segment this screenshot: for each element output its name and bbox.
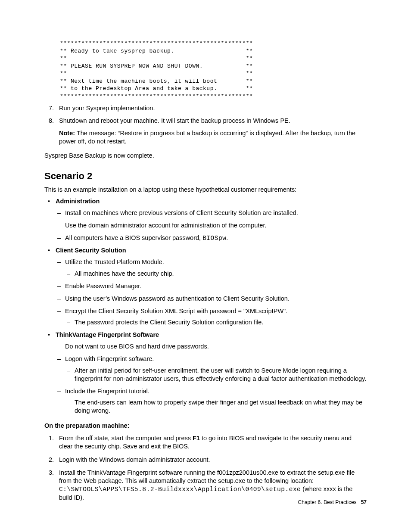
list-item: Include the Fingerprint tutorial. The en…: [56, 387, 367, 415]
step-7: 7. Run your Sysprep implementation.: [44, 104, 367, 112]
req-head: Client Security Solution: [56, 247, 126, 254]
complete-line: Sysprep Base Backup is now complete.: [44, 152, 367, 160]
req-administration: Administration Install on machines where…: [44, 197, 367, 242]
list-item: The end-users can learn how to properly …: [65, 398, 367, 415]
note-block: Note: The message: “Restore in progress …: [59, 129, 367, 146]
scenario-heading: Scenario 2: [44, 170, 367, 183]
inline-code: C:\SWTOOLS\APPS\TFS5.8.2-Buildxxxx\Appli…: [59, 486, 301, 493]
sub-list: Install on machines where previous versi…: [56, 209, 367, 243]
inline-code: BIOSpw: [202, 235, 226, 242]
step-number: 1.: [49, 434, 54, 442]
list-item: Using the user’s Windows password as aut…: [56, 295, 367, 303]
text-part: Logon with Fingerprint software.: [65, 355, 154, 362]
intro-para: This is an example installation on a lap…: [44, 186, 367, 194]
prep-step-2: 2. Login with the Windows domain adminis…: [44, 456, 367, 464]
text-part: Include the Fingerprint tutorial.: [65, 388, 149, 395]
prep-step-1: 1. From the off state, start the compute…: [44, 434, 367, 451]
text-part: Encrypt the Client Security Solution XML…: [65, 308, 287, 314]
list-item: Logon with Fingerprint software. After a…: [56, 355, 367, 383]
prep-heading: On the preparation machine:: [44, 422, 367, 430]
page-footer: Chapter 6. Best Practices 57: [298, 499, 367, 506]
footer-page-number: 57: [361, 499, 367, 505]
steps-list: 7. Run your Sysprep implementation. 8. S…: [44, 104, 367, 145]
text-part: Install the ThinkVantage Fingerprint sof…: [59, 469, 355, 484]
req-head: ThinkVantage Fingerprint Software: [56, 331, 159, 338]
prep-steps-list: 1. From the off state, start the compute…: [44, 434, 367, 502]
req-fingerprint: ThinkVantage Fingerprint Software Do not…: [44, 331, 367, 415]
document-page: ****************************************…: [0, 0, 411, 532]
list-item: All machines have the security chip.: [65, 270, 367, 278]
step-text: Shutdown and reboot your machine. It wil…: [59, 117, 290, 124]
step-text: Run your Sysprep implementation.: [59, 105, 155, 112]
sub-sub-list: The end-users can learn how to properly …: [65, 398, 367, 415]
step-number: 8.: [49, 117, 54, 125]
text-part: All computers have a BIOS supervisor pas…: [65, 234, 202, 241]
sub-sub-list: All machines have the security chip.: [65, 270, 367, 278]
requirements-list: Administration Install on machines where…: [44, 197, 367, 415]
ascii-code-block: ****************************************…: [60, 40, 367, 100]
list-item: Install on machines where previous versi…: [56, 209, 367, 217]
step-number: 7.: [49, 104, 54, 112]
step-8: 8. Shutdown and reboot your machine. It …: [44, 117, 367, 146]
req-css: Client Security Solution Utilize the Tru…: [44, 246, 367, 327]
list-item: Enable Password Manager.: [56, 282, 367, 290]
prep-step-3: 3. Install the ThinkVantage Fingerprint …: [44, 469, 367, 501]
text-part: Utilize the Trusted Platform Module.: [65, 258, 164, 265]
step-text: Login with the Windows domain administra…: [59, 456, 210, 463]
step-number: 3.: [49, 469, 54, 477]
list-item: After an initial period for self-user en…: [65, 367, 367, 383]
key-f1: F1: [193, 435, 200, 442]
list-item: Use the domain administrator account for…: [56, 221, 367, 230]
list-item: Encrypt the Client Security Solution XML…: [56, 307, 367, 327]
list-item: The password protects the Client Securit…: [65, 318, 367, 327]
list-item: All computers have a BIOS supervisor pas…: [56, 234, 367, 243]
list-item: Do not want to use BIOS and hard drive p…: [56, 342, 367, 351]
sub-list: Do not want to use BIOS and hard drive p…: [56, 342, 367, 415]
footer-chapter: Chapter 6. Best Practices: [298, 499, 357, 505]
sub-sub-list: The password protects the Client Securit…: [65, 318, 367, 327]
list-item: Utilize the Trusted Platform Module. All…: [56, 258, 367, 278]
req-head: Administration: [56, 198, 100, 205]
sub-sub-list: After an initial period for self-user en…: [65, 367, 367, 383]
text-part: From the off state, start the computer a…: [59, 435, 193, 442]
sub-list: Utilize the Trusted Platform Module. All…: [56, 258, 367, 327]
note-label: Note:: [59, 130, 75, 137]
text-part: .: [226, 234, 228, 241]
note-text: The message: “Restore in progress but a …: [59, 130, 355, 145]
step-number: 2.: [49, 456, 54, 464]
